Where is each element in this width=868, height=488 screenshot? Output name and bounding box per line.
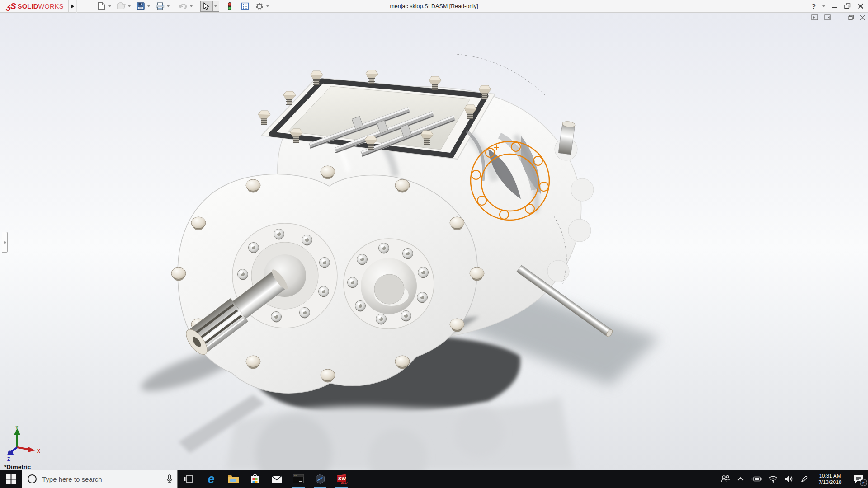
orientation-triad: Y X Z (3, 425, 46, 465)
solidworks-app-icon: SW 2017 (335, 473, 348, 485)
logo-text-bold: SOLID (18, 3, 38, 10)
hexagon-app-icon (315, 474, 326, 484)
clock-time: 10:31 AM (815, 473, 845, 479)
taskbar-solidworks[interactable]: SW 2017 (331, 470, 353, 488)
toolbar-flyout-button[interactable] (69, 0, 77, 13)
triad-y-label: Y (15, 425, 19, 430)
taskbar-command-prompt[interactable]: C:\ (288, 470, 309, 488)
taskbar-edge[interactable]: e (200, 470, 222, 488)
save-button[interactable] (135, 1, 146, 12)
sw-year: 2017 (341, 481, 348, 484)
file-explorer-icon (227, 474, 239, 484)
taskbar-file-explorer[interactable] (222, 470, 244, 488)
undo-button[interactable] (177, 1, 189, 12)
logo-text-light: WORKS (38, 3, 64, 10)
panel-splitter-tab[interactable] (2, 232, 8, 253)
help-button[interactable]: ? (811, 3, 816, 10)
doc-minimize-button[interactable] (837, 15, 842, 20)
new-document-icon (98, 2, 105, 10)
help-dropdown[interactable] (822, 5, 825, 7)
options-button[interactable] (254, 1, 265, 12)
graphics-viewport[interactable]: Y X Z *Dimetric (0, 13, 868, 470)
clock-date: 7/13/2018 (815, 479, 845, 485)
select-tool-dropdown[interactable] (213, 1, 219, 11)
notification-badge: 2 (860, 479, 867, 486)
battery-icon[interactable] (751, 476, 762, 482)
document-window-controls (811, 14, 865, 20)
print-button[interactable] (154, 1, 166, 12)
save-floppy-icon (137, 2, 145, 10)
solidworks-logo-mark-icon: ʒS (6, 1, 16, 11)
taskbar-mail[interactable] (266, 470, 288, 488)
save-dropdown[interactable] (146, 1, 151, 12)
options-gear-icon (255, 2, 264, 11)
start-button[interactable] (0, 470, 22, 488)
open-button[interactable] (115, 1, 127, 12)
print-icon (156, 2, 165, 10)
taskbar-search[interactable] (22, 470, 178, 488)
edge-icon: e (208, 473, 214, 485)
pane-right-button[interactable] (824, 14, 831, 20)
window-controls: ? (811, 3, 868, 10)
sw-letters: SW (338, 476, 346, 481)
select-tool-group (200, 1, 219, 12)
pane-left-button[interactable] (811, 14, 818, 20)
select-tool-button[interactable] (201, 1, 213, 11)
system-tray: 10:31 AM 7/13/2018 2 (720, 470, 868, 488)
title-bar: ʒS SOLIDWORKS (0, 0, 868, 13)
file-properties-button[interactable] (239, 1, 251, 12)
wifi-icon[interactable] (769, 476, 778, 483)
task-view-icon (184, 474, 193, 483)
windows-logo-icon (6, 474, 16, 484)
undo-dropdown[interactable] (189, 1, 194, 12)
taskbar-store[interactable] (244, 470, 266, 488)
close-button[interactable] (858, 3, 863, 9)
options-dropdown[interactable] (265, 1, 270, 12)
doc-restore-button[interactable] (848, 15, 854, 20)
rebuild-stoplight-icon (227, 2, 232, 11)
hidden-icons-chevron[interactable] (737, 477, 744, 481)
input-shaft-flange[interactable] (344, 239, 434, 329)
rebuild-button[interactable] (224, 1, 236, 12)
minimize-button[interactable] (832, 3, 838, 9)
restore-button[interactable] (844, 3, 851, 9)
new-document-button[interactable] (96, 1, 108, 12)
cmd-title-text: C:\ (294, 475, 297, 477)
triad-z-label: Z (7, 457, 10, 462)
mail-icon (271, 475, 282, 483)
new-document-dropdown[interactable] (108, 1, 113, 12)
microphone-icon (166, 474, 173, 483)
task-view-button[interactable] (178, 470, 199, 488)
taskbar-hexagon-app[interactable] (309, 470, 331, 488)
splitter-dot-icon (4, 241, 6, 244)
open-dropdown[interactable] (127, 1, 132, 12)
taskbar-clock[interactable]: 10:31 AM 7/13/2018 (815, 473, 845, 485)
open-folder-icon (117, 2, 126, 10)
store-icon (250, 474, 260, 484)
windows-taskbar: e (0, 470, 868, 488)
solidworks-logo: ʒS SOLIDWORKS (0, 0, 69, 13)
flyout-arrow-icon (71, 4, 74, 9)
undo-arrow-icon (179, 3, 188, 10)
file-properties-icon (241, 2, 249, 10)
gearbox-3d-scene[interactable] (0, 13, 868, 470)
view-orientation-label: *Dimetric (4, 464, 31, 470)
search-input[interactable] (41, 475, 162, 483)
select-cursor-icon (203, 2, 210, 10)
print-dropdown[interactable] (166, 1, 171, 12)
command-prompt-icon: C:\ (293, 474, 304, 483)
mic-button[interactable] (162, 474, 177, 483)
triad-x-label: X (37, 449, 40, 454)
windows-ink-pen-icon[interactable] (800, 475, 808, 483)
action-center-button[interactable]: 2 (852, 470, 865, 488)
people-icon[interactable] (720, 475, 730, 483)
volume-icon[interactable] (784, 475, 793, 483)
cortana-icon (28, 474, 37, 483)
solidworks-screen: ʒS SOLIDWORKS (0, 0, 868, 488)
doc-close-button[interactable] (860, 15, 865, 20)
window-title: menjac sklop.SLDASM [Read-only] (390, 0, 478, 13)
